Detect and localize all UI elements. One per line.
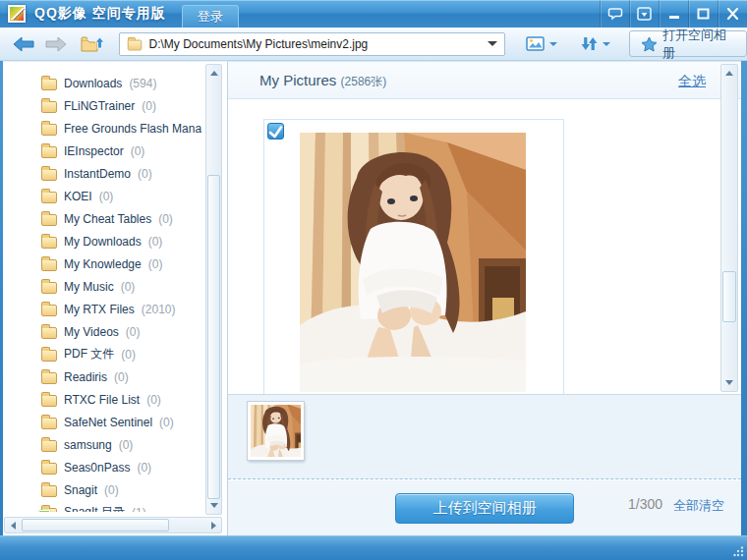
maximize-icon (697, 8, 710, 20)
folder-count: (0) (138, 167, 152, 181)
sidebar-folder-item[interactable]: Seas0nPass(0) (3, 456, 201, 478)
sidebar-folder-item[interactable]: PDF 文件(0) (3, 343, 201, 365)
close-icon (726, 8, 739, 20)
album-photo-count: (2586张) (341, 75, 387, 88)
sidebar-folder-item[interactable]: My Cheat Tables(0) (3, 207, 201, 230)
folder-icon (41, 418, 57, 429)
sort-dropdown-caret-icon (603, 42, 610, 46)
upload-to-album-button[interactable]: 上传到空间相册 (395, 493, 574, 524)
folder-name: Downloads (64, 77, 122, 90)
back-arrow-icon (13, 36, 34, 52)
folder-name: My Music (64, 280, 114, 294)
folder-name: My Videos (64, 325, 119, 339)
address-dropdown-caret-icon[interactable] (488, 41, 497, 46)
address-combobox[interactable]: D:\My Documents\My Pictures\meinv2.jpg (119, 32, 505, 56)
folder-count: (0) (159, 416, 174, 429)
maximize-button[interactable] (688, 0, 718, 28)
folder-icon (41, 214, 57, 226)
sidebar-folder-item[interactable]: My RTX Files(2010) (3, 298, 201, 320)
sidebar-folder-item[interactable]: InstantDemo(0) (3, 162, 201, 185)
sidebar-folder-item[interactable]: Free Grounds Flash Manager 3.1 (3, 117, 201, 140)
sidebar-folder-item[interactable]: Downloads(594) (3, 72, 201, 94)
sidebar-folder-item[interactable]: KOEI(0) (3, 185, 201, 207)
folder-sidebar: Downloads(594)FLiNGTrainer(0)Free Ground… (3, 61, 227, 535)
upload-tray (228, 394, 741, 479)
folder-count: (0) (131, 144, 145, 158)
photo-checkbox[interactable] (267, 123, 284, 140)
sidebar-folder-item[interactable]: Readiris(0) (3, 365, 201, 388)
resize-grip[interactable] (733, 546, 744, 557)
folder-name: PDF 文件 (64, 346, 114, 363)
open-space-album-button[interactable]: 打开空间相册 (629, 30, 747, 57)
folder-icon (41, 350, 57, 362)
main-vertical-scrollbar[interactable] (720, 64, 738, 392)
menu-dropdown-button[interactable] (629, 0, 659, 28)
open-space-album-label: 打开空间相册 (662, 27, 735, 62)
chat-bubble-icon (607, 7, 623, 21)
sidebar-folder-item[interactable]: My Videos(0) (3, 320, 201, 343)
path-folder-icon (127, 40, 141, 51)
scroll-right-button[interactable] (206, 518, 220, 532)
folder-count: (594) (129, 77, 156, 90)
sidebar-vertical-scrollbar[interactable] (205, 64, 222, 515)
sidebar-folder-item[interactable]: My Downloads(0) (3, 230, 201, 252)
main-scroll-up-button[interactable] (721, 66, 737, 81)
sidebar-hscroll-thumb[interactable] (22, 519, 169, 532)
folder-count: (0) (158, 212, 173, 226)
open-folder-button[interactable] (81, 32, 105, 56)
sidebar-folder-item[interactable]: IEInspector(0) (3, 140, 201, 162)
main-scroll-thumb[interactable] (722, 271, 736, 322)
sidebar-folder-item[interactable]: My Music(0) (3, 275, 201, 298)
sidebar-folder-item[interactable]: FLiNGTrainer(0) (3, 94, 201, 117)
folder-count: (0) (126, 325, 141, 339)
view-dropdown-caret-icon (549, 42, 557, 46)
clear-all-link[interactable]: 全部清空 (673, 497, 724, 515)
sidebar-folder-item[interactable]: SafeNet Sentinel(0) (3, 411, 201, 433)
album-header: My Pictures (2586张) 全选 (228, 62, 741, 99)
sidebar-scroll-thumb[interactable] (207, 175, 220, 499)
folder-name: KOEI (64, 190, 92, 203)
close-button[interactable] (718, 0, 747, 28)
folder-name: SnagIt 目录 (64, 504, 125, 512)
scroll-up-button[interactable] (206, 66, 221, 81)
select-all-link[interactable]: 全选 (678, 73, 706, 90)
title-bar: QQ影像 空间专用版 登录 (0, 0, 747, 28)
forward-button[interactable] (44, 32, 69, 56)
sidebar-horizontal-scrollbar[interactable] (4, 517, 222, 533)
folder-icon (41, 101, 57, 113)
photo-thumbnail-large[interactable] (300, 133, 526, 392)
photo-card[interactable] (263, 119, 564, 394)
selected-photo-thumbnail[interactable] (248, 402, 304, 460)
folder-name: My Downloads (64, 235, 142, 249)
folder-count: (2010) (142, 303, 176, 316)
sidebar-folder-item[interactable]: My Knowledge(0) (3, 252, 201, 275)
scroll-up-icon (210, 71, 218, 76)
sort-button[interactable] (576, 32, 615, 55)
check-icon (268, 125, 283, 139)
sidebar-folder-item[interactable]: SnagIt 目录(1) (3, 501, 201, 512)
image-view-icon (526, 36, 545, 51)
minimize-button[interactable] (659, 0, 688, 28)
folder-name: samsung (64, 438, 112, 452)
back-button[interactable] (12, 32, 36, 56)
folder-icon (41, 237, 57, 249)
folder-name: IEInspector (64, 144, 124, 158)
feedback-chat-button[interactable] (600, 0, 629, 28)
window-controls (600, 0, 747, 28)
upload-counter: 1/300 (628, 496, 662, 512)
folder-name: My Cheat Tables (64, 212, 151, 226)
login-button[interactable]: 登录 (182, 5, 239, 28)
folder-name: RTXC File List (64, 393, 140, 407)
sidebar-folder-item[interactable]: samsung(0) (3, 433, 201, 456)
view-mode-button[interactable] (521, 32, 562, 55)
sidebar-folder-item[interactable]: Snagit(0) (3, 478, 201, 501)
main-scroll-down-button[interactable] (721, 375, 737, 390)
scroll-down-button[interactable] (206, 498, 221, 513)
folder-name: SafeNet Sentinel (64, 416, 152, 429)
folder-count: (0) (148, 235, 163, 249)
folder-icon (41, 463, 57, 475)
sidebar-folder-item[interactable]: RTXC File List(0) (3, 388, 201, 411)
folder-tree: Downloads(594)FLiNGTrainer(0)Free Ground… (3, 72, 201, 512)
folder-count: (0) (121, 348, 136, 362)
scroll-left-button[interactable] (6, 518, 20, 532)
